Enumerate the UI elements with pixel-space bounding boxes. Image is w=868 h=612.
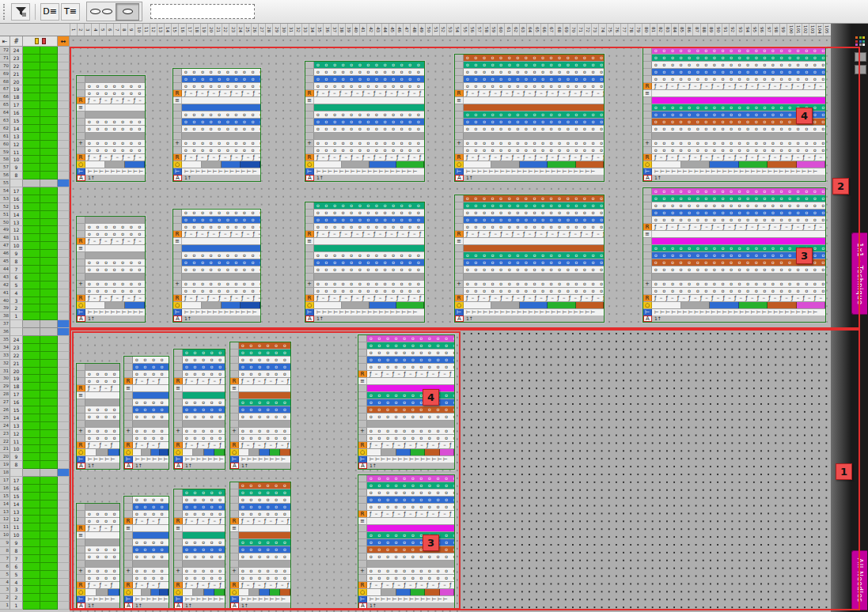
column-number[interactable]: 11 — [142, 24, 150, 36]
yarn-indicator-header[interactable] — [23, 36, 58, 47]
magnifier-icon[interactable]: ○ — [124, 449, 133, 455]
yarn-cell[interactable] — [23, 516, 40, 523]
row-marker-cell[interactable] — [58, 406, 70, 414]
function-segment[interactable] — [314, 161, 342, 168]
row-marker-cell[interactable] — [58, 133, 70, 141]
row-marker-cell[interactable] — [58, 47, 70, 55]
magnifier-icon[interactable]: ○ — [643, 161, 652, 168]
function-segment[interactable] — [548, 161, 575, 168]
column-number[interactable]: 2 — [77, 24, 84, 36]
yarn-cell[interactable] — [23, 85, 40, 93]
yarn-cell[interactable] — [40, 101, 58, 109]
yarn-cell[interactable] — [23, 226, 40, 234]
row-marker-cell[interactable] — [58, 297, 70, 305]
r-icon[interactable]: R — [173, 90, 182, 96]
column-number[interactable]: 35 — [316, 24, 323, 36]
column-number[interactable]: 40 — [352, 24, 359, 36]
function-segment[interactable] — [280, 449, 290, 455]
row-marker-cell[interactable] — [58, 501, 70, 508]
yarn-cell[interactable] — [40, 531, 58, 539]
a-icon[interactable]: A — [173, 175, 182, 181]
plus-icon[interactable]: + — [124, 428, 133, 434]
yarn-cell[interactable] — [23, 383, 40, 391]
row-marker-cell[interactable] — [58, 344, 70, 352]
yarn-cell[interactable] — [23, 195, 40, 203]
side-tab[interactable]: 1x1 - Technique — [851, 232, 867, 315]
yarn-cell[interactable] — [23, 281, 40, 289]
palette-icon[interactable] — [855, 36, 866, 47]
r-icon[interactable]: R — [77, 154, 85, 161]
column-number[interactable]: 102 — [802, 24, 809, 36]
magnifier-icon[interactable]: ○ — [173, 161, 182, 168]
r-icon[interactable]: R — [124, 582, 133, 588]
column-number[interactable]: 93 — [736, 24, 743, 36]
yarn-cell[interactable] — [23, 258, 40, 266]
column-number[interactable]: 101 — [794, 24, 802, 36]
row-number-header[interactable]: # — [10, 36, 23, 47]
pattern-block[interactable]: o o o o o o o o o oo o o o o o o o o oRƒ… — [76, 216, 146, 323]
magnifier-icon[interactable]: ○ — [358, 449, 367, 455]
a-icon[interactable]: A — [77, 175, 85, 181]
function-segment[interactable] — [222, 161, 241, 168]
row-marker-cell[interactable] — [58, 242, 70, 250]
function-segment[interactable] — [342, 302, 370, 308]
plus-icon[interactable]: + — [643, 140, 652, 146]
plus-icon[interactable]: + — [305, 281, 314, 287]
yarn-cell[interactable] — [40, 453, 58, 461]
plus-icon[interactable]: + — [77, 140, 85, 146]
r-icon[interactable]: R — [173, 154, 182, 161]
yarn-cell[interactable] — [23, 602, 40, 610]
row-marker-cell[interactable] — [58, 531, 70, 539]
function-segment[interactable] — [396, 449, 411, 455]
yarn-cell[interactable] — [40, 187, 58, 195]
yarn-cell[interactable] — [40, 391, 58, 399]
function-segment[interactable] — [133, 589, 142, 595]
r-icon[interactable]: R — [124, 378, 133, 384]
yarn-cell[interactable] — [40, 117, 58, 125]
eq-icon[interactable]: ≡ — [455, 238, 464, 244]
eq-icon[interactable]: ≡ — [124, 385, 133, 391]
yarn-cell[interactable] — [23, 375, 40, 383]
column-number[interactable]: 67 — [548, 24, 555, 36]
row-marker-cell[interactable] — [58, 187, 70, 195]
h-icon[interactable]: ⊢ — [124, 456, 133, 463]
pattern-block[interactable]: o o o o o o o oo o o o o o o oo o o o o … — [229, 482, 291, 610]
h-icon[interactable]: ⊢ — [230, 596, 239, 603]
function-segment[interactable] — [411, 589, 425, 595]
yarn-cell[interactable] — [23, 344, 40, 352]
yarn-cell[interactable] — [23, 62, 40, 70]
column-number[interactable]: 17 — [186, 24, 193, 36]
row-marker-cell[interactable] — [58, 594, 70, 602]
row-marker-cell[interactable] — [58, 445, 70, 453]
column-number[interactable]: 24 — [237, 24, 244, 36]
column-number[interactable]: 30 — [280, 24, 287, 36]
column-number[interactable]: 44 — [381, 24, 389, 36]
r-icon[interactable]: R — [174, 442, 183, 448]
column-number[interactable]: 96 — [758, 24, 765, 36]
r-icon[interactable]: R — [358, 371, 367, 377]
eq-icon[interactable]: ≡ — [77, 532, 85, 538]
yarn-cell[interactable] — [40, 406, 58, 414]
row-marker-cell[interactable] — [58, 266, 70, 274]
column-number[interactable]: 9 — [127, 24, 135, 36]
plus-icon[interactable]: + — [124, 568, 133, 574]
row-marker-cell[interactable] — [58, 375, 70, 383]
column-number[interactable]: 84 — [671, 24, 678, 36]
yarn-cell[interactable] — [40, 219, 58, 227]
yarn-cell[interactable] — [40, 438, 58, 446]
column-number[interactable]: 1 — [70, 24, 77, 36]
r-icon[interactable]: R — [455, 231, 464, 237]
column-number[interactable]: 7 — [113, 24, 120, 36]
column-number[interactable]: 33 — [301, 24, 309, 36]
pattern-block[interactable]: o o o o o o o o o o o o o o o o o o o o … — [454, 54, 605, 182]
yarn-cell[interactable] — [23, 493, 40, 501]
column-number[interactable]: 46 — [396, 24, 403, 36]
yarn-cell[interactable] — [40, 422, 58, 430]
h-icon[interactable]: ⊢ — [174, 456, 183, 463]
yarn-cell[interactable] — [23, 156, 40, 164]
function-segment[interactable] — [280, 589, 290, 595]
yarn-cell[interactable] — [40, 312, 58, 320]
row-marker-cell[interactable] — [58, 320, 70, 328]
h-icon[interactable]: ⊢ — [643, 168, 652, 175]
row-marker-cell[interactable] — [58, 430, 70, 438]
